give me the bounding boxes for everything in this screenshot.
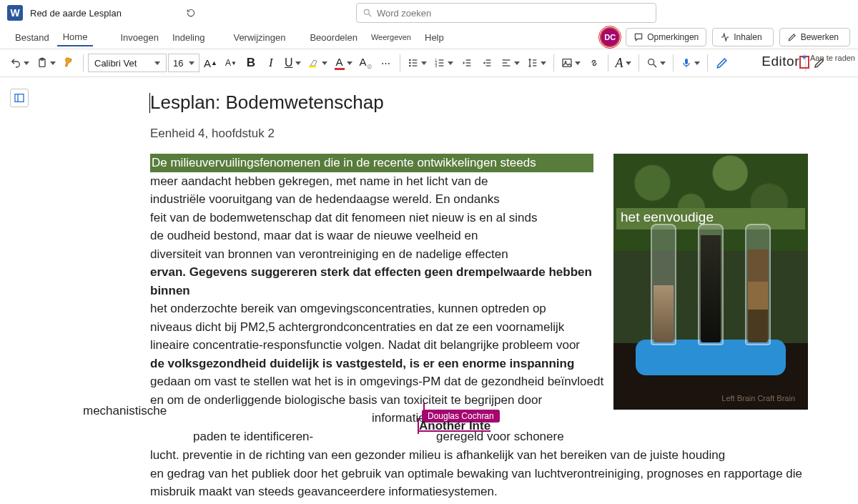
font-color-button[interactable]: A xyxy=(332,53,355,73)
pencil-icon xyxy=(787,32,797,42)
navigation-pane-button[interactable] xyxy=(10,89,29,107)
svg-line-32 xyxy=(654,64,656,67)
catchup-button[interactable]: Inhalen xyxy=(712,28,773,46)
svg-rect-4 xyxy=(309,66,315,68)
comment-icon xyxy=(633,32,644,42)
title-bar: W Red de aarde Lesplan xyxy=(0,0,858,26)
sidebar-icon xyxy=(14,92,25,104)
editor-button[interactable] xyxy=(712,53,732,73)
link-button[interactable] xyxy=(585,53,603,73)
word-app-icon: W xyxy=(7,5,23,21)
decrease-indent-button[interactable] xyxy=(458,53,476,73)
align-button[interactable] xyxy=(498,53,523,73)
svg-rect-29 xyxy=(563,59,571,67)
tab-references[interactable]: Verwijzingen xyxy=(227,29,291,46)
font-name-selector[interactable]: Calibri Vet xyxy=(88,54,167,72)
autosave-indicator[interactable] xyxy=(186,8,199,18)
tab-file[interactable]: Bestand xyxy=(9,29,55,46)
image-watermark: Left Brain Craft Brain xyxy=(721,394,795,402)
comments-button[interactable]: Opmerkingen xyxy=(626,28,706,46)
tab-review[interactable]: Beoordelen xyxy=(304,29,363,46)
activity-icon xyxy=(720,32,730,42)
menu-bar: Bestand Home Invoegen Indeling Verwijzin… xyxy=(0,26,858,49)
highlighted-line[interactable]: De milieuvervuilingsfenomenen die in de … xyxy=(150,154,593,172)
undo-button[interactable] xyxy=(7,53,32,73)
clear-formatting-button[interactable]: A⊘ xyxy=(357,53,375,73)
underline-button[interactable]: U xyxy=(282,53,304,73)
bold-button[interactable]: B xyxy=(242,53,260,73)
increase-font-button[interactable]: A▲ xyxy=(201,53,220,73)
document-area[interactable]: Lesplan: Bodemwetenschap Eenheid 4, hoof… xyxy=(0,77,858,504)
insert-picture-button[interactable] xyxy=(558,53,583,73)
search-box[interactable] xyxy=(356,3,656,23)
tab-view[interactable]: Weergeven xyxy=(365,30,417,44)
tab-help[interactable]: Help xyxy=(419,29,450,46)
ribbon-toolbar: Calibri Vet 16 A▲ A▼ B I U A A⊘ ⋯ 123 A … xyxy=(0,49,858,77)
designer-suggestions[interactable]: ✦Aan te raden xyxy=(801,53,855,62)
paste-button[interactable] xyxy=(34,53,59,73)
heading-1[interactable]: Lesplan: Bodemwetenschap xyxy=(150,92,822,114)
numbering-button[interactable]: 123 xyxy=(431,53,456,73)
text-cursor xyxy=(149,93,150,113)
svg-rect-34 xyxy=(15,94,24,102)
format-painter-button[interactable] xyxy=(60,53,79,73)
svg-point-0 xyxy=(364,9,369,14)
tab-insert[interactable]: Invoegen xyxy=(114,29,164,46)
subheading[interactable]: Eenheid 4, hoofdstuk 2 xyxy=(150,127,822,141)
search-icon xyxy=(363,8,373,18)
svg-text:3: 3 xyxy=(435,64,437,68)
page-content[interactable]: Lesplan: Bodemwetenschap Eenheid 4, hoof… xyxy=(150,92,822,501)
refresh-icon xyxy=(186,8,196,18)
svg-line-1 xyxy=(369,14,372,17)
editing-mode-button[interactable]: Bewerken xyxy=(779,28,850,46)
svg-point-7 xyxy=(409,62,411,64)
tab-layout[interactable]: Indeling xyxy=(167,29,211,46)
collaborator-avatar[interactable]: DC xyxy=(600,27,620,47)
inline-image[interactable]: het eenvoudige Left Brain Craft Brain xyxy=(613,154,808,410)
bullets-button[interactable] xyxy=(405,53,430,73)
tab-home[interactable]: Home xyxy=(57,29,94,46)
svg-rect-33 xyxy=(685,59,688,64)
dictate-button[interactable] xyxy=(678,53,703,73)
highlight-button[interactable] xyxy=(305,53,330,73)
find-button[interactable] xyxy=(644,53,669,73)
search-input[interactable] xyxy=(377,8,650,19)
collaborator-inline-cursor: Another Inte xyxy=(418,418,490,434)
svg-point-31 xyxy=(648,59,654,65)
svg-point-5 xyxy=(409,59,411,61)
font-size-selector[interactable]: 16 xyxy=(168,54,199,72)
decrease-font-button[interactable]: A▼ xyxy=(222,53,240,73)
line-spacing-button[interactable] xyxy=(524,53,549,73)
styles-button[interactable]: A xyxy=(613,53,634,73)
increase-indent-button[interactable] xyxy=(478,53,496,73)
more-font-button[interactable]: ⋯ xyxy=(377,53,395,73)
italic-button[interactable]: I xyxy=(262,53,280,73)
document-title[interactable]: Red de aarde Lesplan xyxy=(30,8,122,19)
svg-point-9 xyxy=(409,65,411,67)
